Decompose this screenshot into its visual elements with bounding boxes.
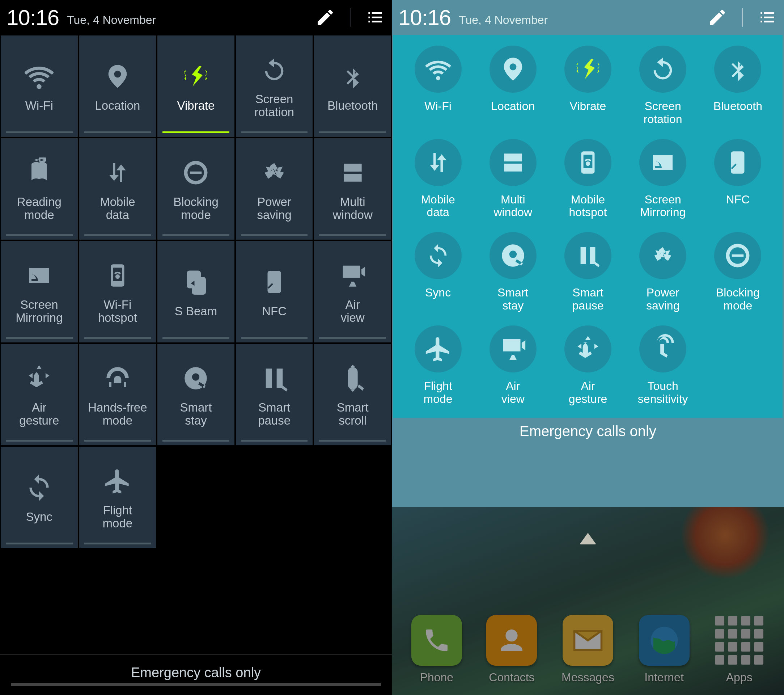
toggle-sync[interactable]: Sync <box>400 232 475 312</box>
toggle-vibrate[interactable]: Vibrate <box>550 46 625 126</box>
toggle-recycle[interactable]: Power saving <box>236 138 313 239</box>
toggle-flight[interactable]: Flight mode <box>400 325 475 406</box>
toggle-mirroring[interactable]: Screen Mirroring <box>1 241 78 342</box>
toggle-indicator <box>6 543 73 545</box>
edit-icon[interactable] <box>315 7 335 28</box>
toggle-bluetooth[interactable]: Bluetooth <box>314 35 391 137</box>
toggle-mobiledata[interactable]: Mobile data <box>400 139 475 220</box>
toggle-smartscroll[interactable]: Smart scroll <box>314 344 391 445</box>
handsfree-icon <box>101 362 134 395</box>
quick-toggle-panel: Wi-FiLocationVibrateScreen rotationBluet… <box>393 35 782 418</box>
toggle-rotation[interactable]: Screen rotation <box>236 35 313 137</box>
toggle-smartpause[interactable]: Smart pause <box>550 232 625 312</box>
toggle-wifi[interactable]: Wi-Fi <box>400 46 475 126</box>
toggle-multiwindow[interactable]: Multi window <box>475 139 550 220</box>
toggle-blocking[interactable]: Blocking mode <box>157 138 234 239</box>
smartstay-icon <box>180 362 212 395</box>
quick-toggle-grid: Wi-FiLocationVibrateScreen rotationBluet… <box>400 46 775 406</box>
toggle-bluetooth[interactable]: Bluetooth <box>700 46 775 126</box>
wifi-icon <box>23 60 55 92</box>
toggle-label: NFC <box>260 305 288 318</box>
contacts-icon <box>486 615 537 666</box>
toggle-indicator <box>319 234 386 236</box>
dock-apps[interactable]: Apps <box>714 615 764 684</box>
toggle-blocking[interactable]: Blocking mode <box>700 232 775 312</box>
toggle-label: Mobile data <box>99 195 137 222</box>
toggle-label: Mobile data <box>421 193 455 220</box>
status-header: 10:16 Tue, 4 November <box>392 0 784 35</box>
toggle-label: Smart pause <box>572 286 603 312</box>
toggle-location[interactable]: Location <box>79 35 156 137</box>
dock-label: Contacts <box>489 671 534 684</box>
toggle-multiwindow[interactable]: Multi window <box>314 138 391 239</box>
toggle-label: Wi-Fi <box>24 99 54 112</box>
toggle-label: Power saving <box>255 195 293 222</box>
toggle-airgesture[interactable]: Air gesture <box>1 344 78 445</box>
edit-icon[interactable] <box>707 7 728 28</box>
mirroring-icon <box>639 139 686 186</box>
toggle-touch[interactable]: Touch sensitivity <box>626 325 700 406</box>
toggle-indicator <box>241 131 308 133</box>
toggle-sbeam[interactable]: S Beam <box>157 241 234 342</box>
toggle-wifi[interactable]: Wi-Fi <box>1 35 78 137</box>
dock-label: Phone <box>420 671 454 684</box>
list-icon[interactable] <box>757 7 777 28</box>
smartpause-icon <box>258 362 290 395</box>
dock-internet[interactable]: Internet <box>639 615 690 684</box>
toggle-label: Wi-Fi hotspot <box>97 298 138 325</box>
nfc-icon <box>714 139 761 186</box>
toggle-sync[interactable]: Sync <box>1 447 78 548</box>
rotation-icon <box>258 54 290 86</box>
toggle-label: Air view <box>339 298 366 325</box>
toggle-label: Flight mode <box>101 504 134 530</box>
toggle-location[interactable]: Location <box>475 46 550 126</box>
toggle-label: Mobile hotspot <box>569 193 607 220</box>
toggle-indicator <box>84 440 151 442</box>
dock-messages[interactable]: Messages <box>562 615 614 684</box>
location-icon <box>101 60 134 92</box>
toggle-label: Smart pause <box>257 401 292 428</box>
toggle-smartstay[interactable]: Smart stay <box>475 232 550 312</box>
toggle-airgesture[interactable]: Air gesture <box>550 325 625 406</box>
dock-phone[interactable]: Phone <box>411 615 462 684</box>
toggle-handsfree[interactable]: Hands-free mode <box>79 344 156 445</box>
quick-settings-panel-light: 10:16 Tue, 4 November Wi-FiLocationVibra… <box>392 0 784 695</box>
toggle-label: Flight mode <box>424 380 453 406</box>
toggle-nfc[interactable]: NFC <box>236 241 313 342</box>
toggle-indicator <box>84 131 151 133</box>
toggle-indicator <box>241 440 308 442</box>
toggle-indicator <box>6 337 73 339</box>
bluetooth-icon <box>336 60 369 92</box>
toggle-flight[interactable]: Flight mode <box>79 447 156 548</box>
toggle-nfc[interactable]: NFC <box>700 139 775 220</box>
toggle-mobiledata[interactable]: Mobile data <box>79 138 156 239</box>
toggle-label: Screen Mirroring <box>14 298 64 325</box>
toggle-label: Multi window <box>331 195 374 222</box>
mobiledata-icon <box>101 156 134 189</box>
toggle-airview[interactable]: Air view <box>475 325 550 406</box>
list-icon[interactable] <box>365 7 385 28</box>
toggle-reading[interactable]: Reading mode <box>1 138 78 239</box>
toggle-recycle[interactable]: Power saving <box>626 232 700 312</box>
toggle-indicator <box>319 131 386 133</box>
toggle-hotspot[interactable]: Mobile hotspot <box>550 139 625 220</box>
toggle-smartpause[interactable]: Smart pause <box>236 344 313 445</box>
toggle-indicator <box>163 234 229 236</box>
toggle-label: Vibrate <box>570 100 606 113</box>
toggle-smartstay[interactable]: Smart stay <box>157 344 234 445</box>
bottom-handle[interactable] <box>11 683 381 686</box>
toggle-indicator <box>319 440 386 442</box>
internet-icon <box>639 615 690 666</box>
toggle-label: Screen Mirroring <box>640 193 685 220</box>
toggle-rotation[interactable]: Screen rotation <box>626 46 700 126</box>
toggle-airview[interactable]: Air view <box>314 241 391 342</box>
airview-icon <box>336 259 369 292</box>
wifi-icon <box>415 46 462 92</box>
toggle-hotspot[interactable]: Wi-Fi hotspot <box>79 241 156 342</box>
nfc-icon <box>258 266 290 298</box>
toggle-mirroring[interactable]: Screen Mirroring <box>626 139 700 220</box>
toggle-vibrate[interactable]: Vibrate <box>157 35 234 137</box>
toggle-indicator <box>163 440 229 442</box>
dock-contacts[interactable]: Contacts <box>486 615 537 684</box>
toggle-indicator <box>6 234 73 236</box>
